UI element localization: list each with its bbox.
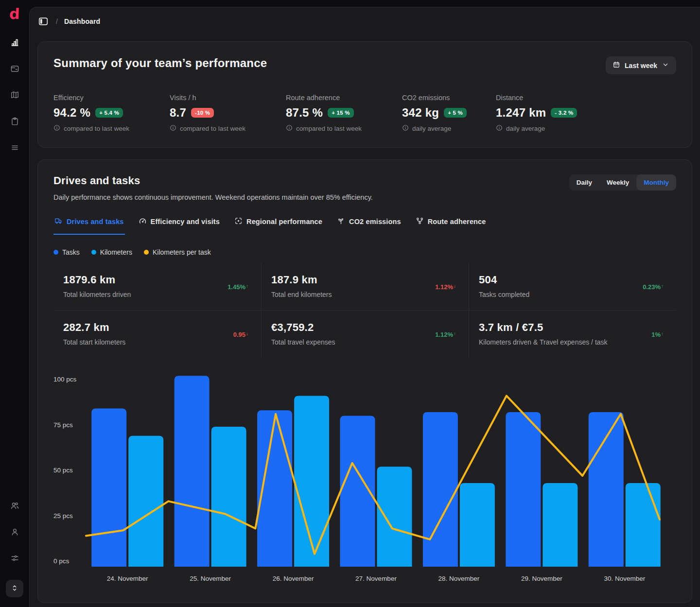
metric-value: 342 kg <box>402 106 439 120</box>
stat-change: 1.45%↑ <box>228 283 248 290</box>
date-range-label: Last week <box>625 62 657 69</box>
svg-text:26. November: 26. November <box>273 575 314 582</box>
app-root: d / Dashboard Summary of your team’s per… <box>0 0 700 607</box>
date-range-button[interactable]: Last week <box>606 56 676 74</box>
menu-icon <box>10 143 19 154</box>
stat-cell: 504 Tasks completed 0.23%↑ <box>469 263 676 310</box>
performance-chart: 0 pcs25 pcs50 pcs75 pcs100 pcs24. Novemb… <box>53 368 676 588</box>
svg-text:50 pcs: 50 pcs <box>53 467 73 474</box>
bar-chart-icon <box>10 38 19 49</box>
diamond-icon <box>10 584 19 594</box>
period-option-monthly[interactable]: Monthly <box>636 174 676 191</box>
legend-dot <box>91 250 96 255</box>
trend-arrow-icon: ↓ <box>454 283 456 288</box>
svg-text:75 pcs: 75 pcs <box>53 421 73 429</box>
truck-icon <box>54 217 63 226</box>
period-option-weekly[interactable]: Weekly <box>599 174 636 191</box>
sliders-icon <box>10 554 19 564</box>
drives-subtitle: Daily performance shows continuous impro… <box>53 193 373 201</box>
period-option-daily[interactable]: Daily <box>569 174 599 191</box>
svg-text:28. November: 28. November <box>438 575 480 582</box>
user-icon <box>10 527 19 538</box>
tab-drives-and-tasks[interactable]: Drives and tasks <box>53 217 125 235</box>
sidebar-item-tasks[interactable] <box>6 114 23 130</box>
metric-label: Efficiency <box>53 94 170 102</box>
card-icon <box>10 64 19 75</box>
legend-label: Kilometers per task <box>153 248 211 256</box>
sidebar-item-teams[interactable] <box>6 498 23 515</box>
metric-value: 8.7 <box>170 106 186 120</box>
map-icon <box>10 90 19 101</box>
legend-item[interactable]: Tasks <box>53 248 80 256</box>
sidebar-item-settings[interactable] <box>6 551 23 567</box>
tab-route-adherence[interactable]: Route adherence <box>415 217 487 235</box>
metric-change-badge: + 5 % <box>444 108 467 118</box>
sidebar-item-analytics[interactable] <box>6 35 23 52</box>
legend-label: Tasks <box>62 248 80 256</box>
legend-item[interactable]: Kilometers <box>91 248 132 256</box>
stat-value: 282.7 km <box>63 321 240 334</box>
tab-label: Efficiency and visits <box>151 218 220 225</box>
metric: CO2 emissions 342 kg + 5 % daily average <box>402 94 496 133</box>
bar-kilometers <box>377 467 412 567</box>
svg-text:29. November: 29. November <box>521 575 562 582</box>
sidebar-item-menu[interactable] <box>6 140 23 156</box>
metric-note: compared to last week <box>64 125 129 132</box>
route-icon <box>416 217 424 226</box>
metric-note: daily average <box>506 125 545 132</box>
bar-tasks <box>423 412 458 567</box>
chart-tabs: Drives and tasks Efficiency and visits R… <box>53 217 676 235</box>
tab-regional-performance[interactable]: Regional performance <box>233 217 323 235</box>
stat-value: €3,759.2 <box>271 321 447 334</box>
metric-value: 87.5 % <box>286 106 323 120</box>
stat-change: 0.95↓ <box>233 330 248 338</box>
legend-label: Kilometers <box>100 248 132 256</box>
stat-cell: 282.7 km Total start kilometers 0.95↓ <box>53 310 261 358</box>
stat-label: Total travel expenses <box>271 338 447 346</box>
stat-label: Tasks completed <box>479 291 655 298</box>
workspace-switcher-button[interactable] <box>6 580 23 597</box>
sidebar-item-map[interactable] <box>6 87 23 104</box>
stat-label: Kilometers driven & Travel expenses / ta… <box>479 338 655 346</box>
summary-metrics: Efficiency 94.2 % + 5.4 % compared to la… <box>53 94 676 133</box>
sidebar-nav-top <box>6 35 23 156</box>
bar-kilometers <box>542 483 578 567</box>
legend-dot <box>53 250 58 255</box>
stat-cell: 187.9 km Total end kilometers 1.12%↓ <box>261 263 469 310</box>
metric-change-badge: - 3.2 % <box>551 108 577 118</box>
breadcrumb-separator: / <box>56 17 58 25</box>
content: Summary of your team’s performance Last … <box>30 35 700 603</box>
info-icon <box>402 124 409 133</box>
breadcrumb[interactable]: Dashboard <box>64 17 100 25</box>
tab-label: Route adherence <box>428 218 486 225</box>
info-icon <box>286 124 293 133</box>
bar-kilometers <box>460 483 495 567</box>
main-panel: / Dashboard Summary of your team’s perfo… <box>29 7 700 607</box>
legend-dot <box>144 250 149 255</box>
tab-efficiency-and-visits[interactable]: Efficiency and visits <box>138 217 221 235</box>
chart-legend: Tasks Kilometers Kilometers per task <box>53 248 676 256</box>
bar-kilometers <box>128 436 163 567</box>
stat-change: 0.23%↑ <box>643 283 664 290</box>
stat-change: 1%↑ <box>651 330 664 338</box>
stat-value: 504 <box>479 274 655 286</box>
sidebar: d <box>0 0 29 607</box>
legend-item[interactable]: Kilometers per task <box>144 248 211 256</box>
sidebar-nav-bottom <box>6 498 23 567</box>
metric-change-badge: + 5.4 % <box>95 108 123 118</box>
sidebar-item-planner[interactable] <box>6 61 23 78</box>
sidebar-item-profile[interactable] <box>6 524 23 541</box>
drives-tasks-chart: 0 pcs25 pcs50 pcs75 pcs100 pcs24. Novemb… <box>53 368 667 588</box>
drives-card: Drives and tasks Daily performance shows… <box>37 159 692 603</box>
trend-arrow-icon: ↑ <box>661 283 664 288</box>
stat-cell: 3.7 km / €7.5 Kilometers driven & Travel… <box>469 310 676 358</box>
brand-logo[interactable]: d <box>9 7 20 21</box>
trend-arrow-icon: ↑ <box>661 331 664 336</box>
svg-text:0 pcs: 0 pcs <box>53 557 70 565</box>
bar-tasks <box>91 409 126 567</box>
stat-value: 3.7 km / €7.5 <box>479 321 655 334</box>
tab-co2-emissions[interactable]: CO2 emissions <box>336 217 402 235</box>
sidebar-toggle-button[interactable] <box>37 15 50 28</box>
metric-change-badge: + 15 % <box>328 108 354 118</box>
svg-text:24. November: 24. November <box>107 575 148 582</box>
